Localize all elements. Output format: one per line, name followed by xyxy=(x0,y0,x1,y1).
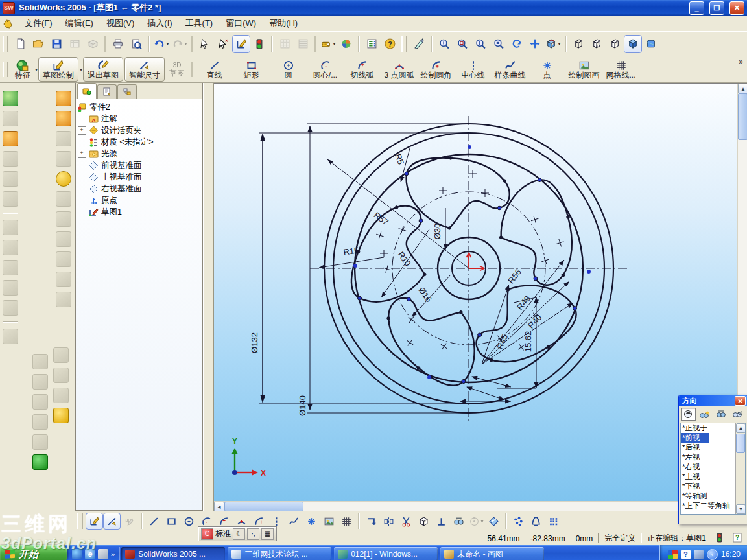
menu-edit[interactable]: 编辑(E) xyxy=(59,16,100,31)
quick-snaps-icon[interactable] xyxy=(485,513,503,530)
tool-tangent-arc[interactable]: 切线弧 xyxy=(344,58,381,81)
restore-button[interactable]: ❐ xyxy=(709,1,724,15)
attachment-icon[interactable] xyxy=(53,408,69,423)
make-drawing-icon[interactable] xyxy=(65,35,84,53)
make-assembly-icon[interactable] xyxy=(84,35,102,53)
display-relations-icon[interactable] xyxy=(510,513,527,530)
feature-tool-icon[interactable] xyxy=(3,260,18,275)
tool-point[interactable]: 点 xyxy=(528,58,565,81)
linear-pattern-icon[interactable] xyxy=(545,513,562,530)
scroll-left-icon[interactable]: ◄ xyxy=(214,502,224,511)
feature-tool-icon[interactable] xyxy=(3,111,18,126)
exit-sketch-button[interactable]: 退出草图 xyxy=(83,57,123,82)
pattern-tool-icon[interactable] xyxy=(3,329,18,344)
point-tool-icon[interactable] xyxy=(53,388,69,403)
tab-featuremanager[interactable] xyxy=(77,83,97,99)
tree-item-material[interactable]: 材质 <未指定> xyxy=(77,136,201,148)
status-help-icon[interactable]: ? xyxy=(728,533,747,544)
zoom-in-out-icon[interactable] xyxy=(471,35,490,53)
close-button[interactable]: ✕ xyxy=(729,1,744,15)
convert-entities-icon[interactable] xyxy=(362,513,380,530)
horizontal-scrollbar[interactable]: ◄ ► xyxy=(214,501,741,511)
helix-icon[interactable] xyxy=(32,454,48,470)
menu-insert[interactable]: 插入(I) xyxy=(141,16,178,31)
feature-tool-icon[interactable] xyxy=(56,131,71,146)
features-button[interactable]: 特征 xyxy=(11,58,34,81)
menu-tools[interactable]: 工具(T) xyxy=(179,16,220,31)
curve-tool-icon[interactable] xyxy=(32,414,48,430)
extrude-preview-icon[interactable] xyxy=(415,513,433,530)
save-icon[interactable] xyxy=(47,35,65,53)
hidden-lines-visible-icon[interactable] xyxy=(587,35,606,53)
msn-icon[interactable] xyxy=(72,549,82,559)
feature-tool-icon[interactable] xyxy=(3,240,18,255)
tray-messenger-icon[interactable] xyxy=(668,550,678,559)
rotate-view-icon[interactable] xyxy=(508,35,526,53)
hidden-lines-removed-icon[interactable] xyxy=(606,35,624,53)
tree-item-annotations[interactable]: A 注解 xyxy=(77,113,201,124)
feature-tool-icon[interactable] xyxy=(3,171,18,187)
add-relation-icon[interactable] xyxy=(527,513,545,530)
revolved-boss-icon[interactable] xyxy=(3,131,18,146)
options-icon[interactable] xyxy=(362,35,381,53)
tab-configurationmanager[interactable] xyxy=(117,84,137,99)
minimize-button[interactable]: _ xyxy=(689,1,704,15)
zoom-area-icon[interactable] xyxy=(453,35,471,53)
tool-perimeter-circle[interactable]: 圆心/... xyxy=(307,58,344,81)
reference-tool-icon[interactable] xyxy=(32,374,48,390)
toolbar-grip[interactable] xyxy=(401,36,407,52)
reference-tool-icon[interactable] xyxy=(32,354,48,369)
wireframe-icon[interactable] xyxy=(569,35,587,53)
panel-splitter[interactable] xyxy=(203,83,214,511)
scrollbar-thumb[interactable] xyxy=(738,93,747,140)
extruded-boss-icon[interactable] xyxy=(3,91,18,106)
feature-tool-icon[interactable] xyxy=(56,231,71,247)
grid-a-icon[interactable] xyxy=(276,35,294,53)
menu-help[interactable]: 帮助(H) xyxy=(263,16,304,31)
curve-tool-icon[interactable] xyxy=(32,434,48,450)
help-icon[interactable]: ? xyxy=(381,35,399,53)
point-icon[interactable] xyxy=(303,513,320,530)
toolbar-grip[interactable] xyxy=(3,62,8,77)
sketch-button[interactable] xyxy=(86,513,103,530)
orientation-close-icon[interactable]: ✕ xyxy=(735,396,746,406)
circle-icon[interactable] xyxy=(180,513,198,530)
tool-centerline[interactable]: 中心线 xyxy=(455,58,492,81)
feature-tool-icon[interactable] xyxy=(56,191,71,207)
tree-item-top-plane[interactable]: 上视基准面 xyxy=(77,171,201,183)
tool-line[interactable]: 直线 xyxy=(196,58,233,81)
previous-view-icon[interactable] xyxy=(410,35,428,53)
ime-mode-label[interactable]: 标准 xyxy=(215,528,231,539)
tool-grid[interactable]: 网格线... xyxy=(602,58,639,81)
rebuild-traffic-light-icon[interactable] xyxy=(250,35,268,53)
rectangle-icon[interactable] xyxy=(163,513,180,530)
measure-icon[interactable]: ▾ xyxy=(319,35,337,53)
tree-item-sketch1[interactable]: 草图1 xyxy=(77,206,201,218)
sketch-dropdown-caret[interactable]: ▾ xyxy=(80,67,82,73)
toolbar-grip[interactable] xyxy=(3,36,8,52)
line-icon[interactable] xyxy=(145,513,163,530)
ime-logo-icon[interactable]: C xyxy=(201,528,213,540)
smart-dimension-button[interactable] xyxy=(103,513,121,530)
feature-tool-icon[interactable] xyxy=(3,280,18,296)
graphics-area[interactable]: Ø132 Ø140 R57 R5 R15 R10 Ø30 Ø16 R56 R48… xyxy=(214,83,747,511)
open-icon[interactable] xyxy=(29,35,47,53)
scroll-up-icon[interactable]: ▲ xyxy=(736,423,746,433)
perpendicular-icon[interactable] xyxy=(433,513,450,530)
ime-language-bar[interactable]: C 标准 ☾ ·, ▦ xyxy=(198,526,277,541)
feature-tool-icon[interactable] xyxy=(56,211,71,227)
standard-views-icon[interactable]: ▾ xyxy=(544,35,562,53)
tool-three-point-arc[interactable]: 3 点圆弧 xyxy=(381,58,418,81)
shaded-with-edges-icon[interactable] xyxy=(642,35,660,53)
sketch-picture-icon[interactable] xyxy=(320,513,338,530)
ime-moon-icon[interactable]: ☾ xyxy=(233,528,245,540)
tree-item-right-plane[interactable]: 右视基准面 xyxy=(77,183,201,194)
feature-tool-icon[interactable] xyxy=(3,300,18,316)
shaded-icon[interactable] xyxy=(624,35,642,53)
sketch-toggle-icon[interactable] xyxy=(232,35,250,53)
undo-icon[interactable]: ▾ xyxy=(152,35,171,53)
update-views-icon[interactable] xyxy=(713,408,728,421)
feature-tool-icon[interactable] xyxy=(56,151,71,167)
menu-file[interactable]: 文件(F) xyxy=(18,16,59,31)
feature-tool-icon[interactable] xyxy=(3,191,18,207)
